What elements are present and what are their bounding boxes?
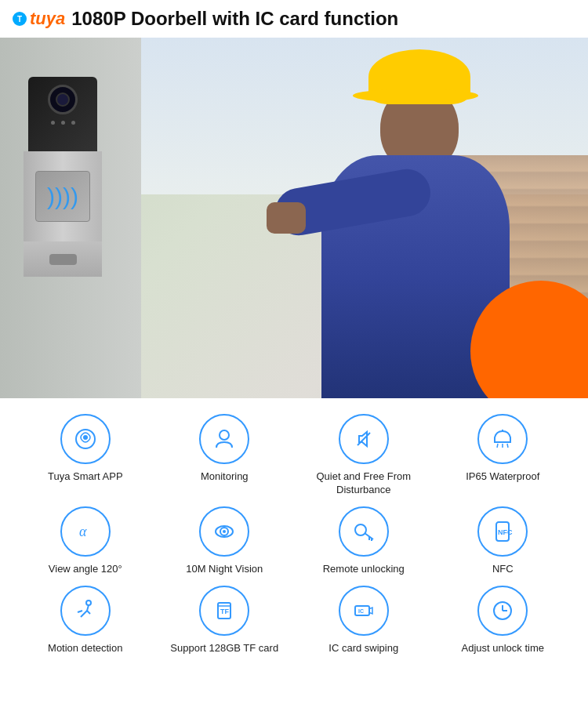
view-angle-icon: α: [60, 506, 111, 557]
person-hat-brim: [353, 89, 478, 103]
svg-point-1: [83, 435, 88, 440]
tuya-brand-name: tuya: [30, 9, 65, 29]
unlock-time-icon: [477, 586, 528, 636]
motion-label: Motion detection: [48, 642, 122, 655]
feature-tuya-app: Tuya Smart APP: [19, 414, 152, 497]
feature-view-angle: α View angle 120°: [19, 506, 152, 576]
camera-lens-inner: [56, 93, 70, 107]
ir-light-1: [51, 121, 55, 125]
svg-text:IC: IC: [358, 608, 364, 614]
tuya-svg-icon: [73, 426, 98, 452]
tuya-app-icon: [60, 414, 111, 464]
monitoring-icon: [199, 414, 249, 464]
page-title: 1080P Doorbell with IC card function: [71, 8, 398, 30]
nfc-svg-icon: NFC: [490, 519, 515, 544]
ic-card-icon: IC: [339, 586, 389, 636]
unlock-time-label: Adjust unlock time: [462, 642, 545, 655]
svg-point-11: [223, 530, 226, 533]
page-header: T tuya 1080P Doorbell with IC card funct…: [0, 0, 588, 38]
night-vision-icon: [199, 506, 249, 557]
doorbell-button-section: [24, 241, 102, 277]
person-hand: [267, 202, 306, 234]
sd-card-label: Support 128GB TF card: [170, 642, 278, 655]
features-row-1: Tuya Smart APP Monitoring Quiet and Free…: [13, 414, 575, 497]
feature-remote-unlock: Remote unlocking: [297, 506, 430, 576]
sd-card-icon: TF: [199, 586, 249, 636]
rfid-reader: )))): [35, 171, 90, 222]
camera-lens-outer: [48, 85, 78, 114]
quiet-svg-icon: [351, 426, 376, 452]
ic-card-label: IC card swiping: [328, 642, 398, 655]
remote-unlock-icon: [339, 506, 389, 557]
ir-light-2: [61, 121, 65, 125]
nfc-label: NFC: [492, 563, 514, 576]
quiet-icon: [339, 414, 389, 464]
key-svg-icon: [351, 519, 376, 544]
angle-svg-icon: α: [73, 519, 98, 544]
eye-svg-icon: [212, 519, 237, 544]
rfid-icon: )))): [47, 183, 78, 210]
monitoring-label: Monitoring: [201, 470, 249, 484]
svg-point-2: [220, 430, 229, 440]
features-row-2: α View angle 120° 10M Night Vision: [13, 506, 575, 576]
svg-line-7: [507, 444, 508, 448]
feature-motion: Motion detection: [19, 586, 152, 655]
tf-svg-icon: TF: [212, 598, 237, 623]
ir-light-3: [71, 121, 75, 125]
svg-text:NFC: NFC: [498, 528, 513, 536]
svg-text:TF: TF: [220, 608, 229, 615]
feature-unlock-time: Adjust unlock time: [437, 586, 570, 655]
waterproof-svg-icon: [490, 426, 515, 452]
tuya-logo: T tuya: [13, 9, 65, 29]
ir-lights: [51, 121, 75, 125]
bell-button: [49, 254, 77, 265]
svg-line-19: [78, 611, 82, 612]
feature-monitoring: Monitoring: [158, 414, 292, 497]
feature-ic-card: IC IC card swiping: [297, 586, 430, 655]
monitoring-svg-icon: [212, 426, 237, 452]
ic-svg-icon: IC: [351, 598, 376, 623]
night-vision-label: 10M Night Vision: [186, 563, 263, 576]
motion-svg-icon: [73, 598, 98, 623]
hero-section: )))) 2022-06-06 16:10:00 16:28: [0, 38, 588, 398]
features-row-3: Motion detection TF Support 128GB TF car…: [13, 586, 575, 655]
svg-text:α: α: [79, 524, 87, 539]
features-section: Tuya Smart APP Monitoring Quiet and Free…: [0, 398, 588, 671]
doorbell-device: )))): [24, 77, 102, 277]
motion-icon: [60, 586, 111, 636]
feature-quiet: Quiet and Free From Disturbance: [297, 414, 430, 497]
feature-waterproof: IP65 Waterproof: [437, 414, 570, 497]
tuya-brand-icon: T: [13, 12, 27, 26]
doorbell-camera-section: [28, 77, 97, 151]
waterproof-icon: [477, 414, 528, 464]
waterproof-label: IP65 Waterproof: [466, 470, 539, 484]
tuya-app-label: Tuya Smart APP: [48, 470, 123, 484]
hero-image: )))) 2022-06-06 16:10:00 16:28: [0, 38, 588, 398]
nfc-icon: NFC: [477, 506, 528, 557]
doorbell-rfid-section: )))): [24, 151, 102, 241]
svg-line-5: [497, 444, 498, 448]
view-angle-label: View angle 120°: [49, 563, 122, 576]
feature-night-vision: 10M Night Vision: [158, 506, 292, 576]
svg-point-18: [86, 600, 91, 605]
clock-svg-icon: [490, 598, 515, 623]
remote-unlock-label: Remote unlocking: [323, 563, 405, 576]
feature-nfc: NFC NFC: [437, 506, 570, 576]
feature-sd-card: TF Support 128GB TF card: [158, 586, 292, 655]
quiet-label: Quiet and Free From Disturbance: [297, 470, 430, 497]
